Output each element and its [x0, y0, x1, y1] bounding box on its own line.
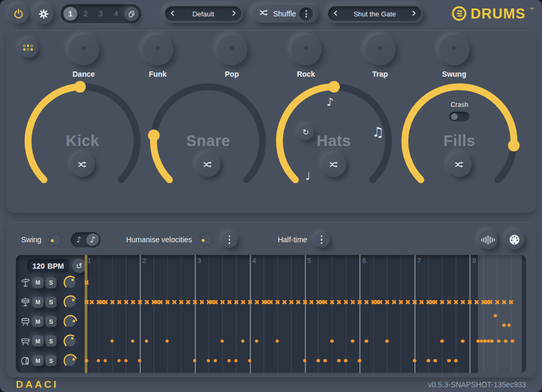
tom-volume-knob[interactable] [61, 313, 79, 331]
halftime-menu-button[interactable] [314, 232, 330, 248]
hihat-note[interactable] [336, 299, 341, 305]
hihat-note[interactable] [247, 299, 252, 305]
snare-note[interactable] [365, 340, 368, 343]
style-knob-pop[interactable] [216, 34, 247, 65]
kick-note[interactable] [248, 359, 251, 362]
kick-note[interactable] [433, 359, 437, 362]
kick-note[interactable] [413, 359, 417, 362]
fills-shuffle-button[interactable] [447, 152, 472, 177]
style-grid-button[interactable] [19, 39, 38, 58]
kick-note[interactable] [337, 359, 341, 362]
kick-mute-button[interactable]: M [32, 355, 43, 366]
hihat-note[interactable] [288, 299, 294, 305]
hihat-note[interactable] [329, 299, 335, 305]
hihat-note[interactable] [377, 299, 383, 305]
hihat-note[interactable] [254, 299, 259, 305]
kick-volume-knob[interactable] [61, 352, 79, 370]
snare-note[interactable] [111, 340, 114, 343]
kick-note[interactable] [234, 359, 238, 362]
hihat-note[interactable] [453, 299, 458, 305]
snare-note[interactable] [131, 340, 135, 343]
reset-tempo-button[interactable]: ↺ [72, 259, 86, 273]
hihat-note[interactable] [213, 299, 218, 305]
snare-note[interactable] [385, 340, 389, 343]
gate-prev-button[interactable] [332, 10, 339, 18]
power-button[interactable] [8, 4, 29, 24]
snare-note[interactable] [220, 340, 224, 343]
kick-note[interactable] [427, 359, 430, 362]
hihat-note[interactable] [227, 299, 232, 305]
snare-shuffle-button[interactable] [196, 152, 220, 177]
hihat-mute-button[interactable]: M [32, 297, 43, 308]
hihat-note[interactable] [220, 299, 225, 305]
hihat-note[interactable] [446, 299, 451, 305]
style-knob-trap[interactable] [365, 34, 395, 65]
kick-note[interactable] [118, 359, 121, 362]
tom-note[interactable] [508, 324, 511, 327]
snare-note[interactable] [351, 340, 355, 343]
kick-note[interactable] [358, 359, 362, 362]
copy-pattern-button[interactable] [124, 7, 139, 21]
hihat-note[interactable] [391, 299, 396, 305]
pattern-tab-1[interactable]: 1 [64, 7, 77, 21]
hihat-note[interactable] [282, 299, 287, 305]
hihat-lane[interactable] [85, 293, 525, 312]
hihat-note[interactable] [192, 299, 197, 305]
global-shuffle-control[interactable]: Shuffle [252, 5, 318, 23]
preset-prev-button[interactable] [169, 10, 176, 18]
kick-lane[interactable] [85, 351, 525, 370]
swing-note-toggle[interactable]: ♪ ♪ [71, 232, 101, 248]
crash-lane[interactable] [85, 273, 525, 293]
hats-shuffle-button[interactable] [322, 152, 346, 177]
snare-note[interactable] [440, 340, 444, 343]
hihat-note[interactable] [398, 299, 403, 305]
hihat-note[interactable] [508, 299, 513, 305]
hihat-note[interactable] [137, 299, 142, 305]
hihat-note[interactable] [322, 299, 328, 305]
kick-note[interactable] [213, 359, 217, 362]
style-knob-swung[interactable] [439, 34, 469, 65]
kick-solo-button[interactable]: S [46, 355, 57, 366]
gate-next-button[interactable] [411, 10, 417, 18]
hihat-note[interactable] [178, 299, 184, 305]
hihat-note[interactable] [158, 299, 163, 305]
hihat-note[interactable] [165, 299, 170, 305]
hihat-note[interactable] [185, 299, 191, 305]
humanise-menu-button[interactable] [222, 232, 238, 248]
pattern-tab-4[interactable]: 4 [109, 7, 123, 21]
hihat-note[interactable] [439, 299, 445, 305]
snare-note[interactable] [504, 340, 508, 343]
pattern-tab-3[interactable]: 3 [94, 7, 108, 21]
snare-note[interactable] [490, 340, 494, 343]
hihat-note[interactable] [364, 299, 369, 305]
kick-note[interactable] [303, 359, 306, 362]
hihat-note[interactable] [302, 299, 308, 305]
kick-note[interactable] [104, 359, 107, 362]
audio-view-button[interactable] [478, 230, 498, 249]
preset-next-button[interactable] [231, 10, 237, 18]
tom-solo-button[interactable]: S [46, 316, 57, 327]
snare-volume-knob[interactable] [61, 332, 79, 350]
hihat-note[interactable] [384, 299, 390, 305]
kick-note[interactable] [85, 359, 88, 362]
hihat-note[interactable] [432, 299, 438, 305]
hihat-note[interactable] [350, 299, 355, 305]
crash-volume-knob[interactable] [61, 274, 79, 291]
snare-note[interactable] [145, 340, 149, 343]
hihat-note[interactable] [103, 299, 108, 305]
snare-note[interactable] [497, 340, 501, 343]
hihat-volume-knob[interactable] [61, 293, 79, 311]
crash-solo-button[interactable]: S [46, 277, 57, 288]
kick-note[interactable] [323, 359, 327, 362]
snare-lane[interactable] [85, 331, 525, 351]
snare-note[interactable] [511, 340, 514, 343]
snare-note[interactable] [330, 340, 334, 343]
kick-shuffle-button[interactable] [70, 152, 95, 177]
hihat-note[interactable] [268, 299, 273, 305]
hihat-note[interactable] [130, 299, 136, 305]
straight-note-icon[interactable]: ♪ [73, 235, 85, 244]
kick-note[interactable] [206, 359, 210, 362]
hats-regenerate-button[interactable]: ↻ [298, 124, 314, 140]
hihat-note[interactable] [123, 299, 129, 305]
kick-note[interactable] [193, 359, 197, 362]
